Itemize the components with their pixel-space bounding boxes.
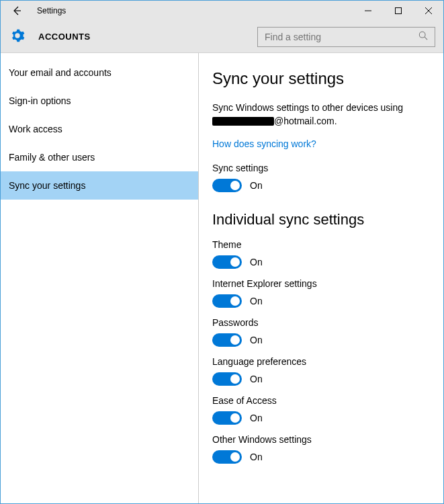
passwords-toggle[interactable] — [212, 333, 242, 347]
maximize-icon — [395, 7, 402, 14]
individual-sync-title: Individual sync settings — [212, 211, 430, 228]
back-arrow-icon — [11, 5, 22, 16]
theme-toggle[interactable] — [212, 255, 242, 269]
close-button[interactable] — [413, 1, 443, 21]
language-state: On — [250, 374, 263, 384]
close-icon — [425, 7, 432, 14]
how-syncing-works-link[interactable]: How does syncing work? — [212, 138, 430, 149]
ie-settings-state: On — [250, 296, 263, 306]
passwords-label: Passwords — [212, 317, 430, 328]
redacted-email — [212, 117, 274, 126]
sidebar-item-work-access[interactable]: Work access — [1, 115, 198, 143]
sidebar-item-email-accounts[interactable]: Your email and accounts — [1, 58, 198, 87]
page-heading: ACCOUNTS — [38, 32, 91, 42]
ease-access-toggle[interactable] — [212, 411, 242, 425]
other-windows-toggle[interactable] — [212, 450, 242, 464]
ease-access-label: Ease of Access — [212, 395, 430, 406]
passwords-state: On — [250, 335, 263, 345]
titlebar: Settings — [1, 1, 443, 21]
ie-settings-toggle[interactable] — [212, 294, 242, 308]
other-windows-state: On — [250, 452, 263, 462]
theme-label: Theme — [212, 239, 430, 250]
main-panel: Sync your settings Sync Windows settings… — [199, 53, 443, 503]
sync-description: Sync Windows settings to other devices u… — [212, 101, 430, 128]
ie-settings-label: Internet Explorer settings — [212, 278, 430, 289]
maximize-button[interactable] — [383, 1, 413, 21]
search-icon — [418, 31, 428, 43]
gear-icon — [10, 28, 25, 46]
sidebar-item-sync-settings[interactable]: Sync your settings — [1, 171, 198, 200]
search-box[interactable] — [257, 27, 435, 47]
content: Your email and accounts Sign-in options … — [1, 53, 443, 503]
header: ACCOUNTS — [1, 21, 443, 53]
svg-rect-0 — [395, 8, 401, 14]
sidebar: Your email and accounts Sign-in options … — [1, 53, 199, 503]
ease-access-state: On — [250, 413, 263, 423]
other-windows-label: Other Windows settings — [212, 434, 430, 445]
search-input[interactable] — [265, 32, 418, 42]
sync-settings-state: On — [250, 180, 263, 191]
sidebar-item-signin-options[interactable]: Sign-in options — [1, 87, 198, 115]
sync-settings-toggle[interactable] — [212, 179, 242, 192]
minimize-icon — [365, 7, 371, 14]
language-label: Language preferences — [212, 356, 430, 367]
sync-settings-label: Sync settings — [212, 163, 430, 173]
theme-state: On — [250, 257, 263, 267]
minimize-button[interactable] — [353, 1, 383, 21]
sidebar-item-family-users[interactable]: Family & other users — [1, 143, 198, 171]
back-button[interactable] — [9, 5, 25, 16]
window-title: Settings — [37, 6, 66, 15]
page-title: Sync your settings — [212, 69, 430, 88]
svg-point-1 — [419, 32, 425, 38]
language-toggle[interactable] — [212, 372, 242, 386]
